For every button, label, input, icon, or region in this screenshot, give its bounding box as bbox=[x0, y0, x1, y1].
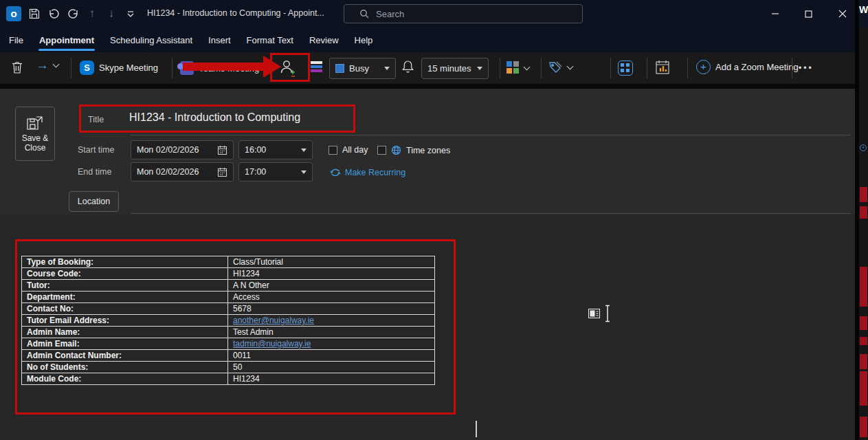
undo-icon[interactable] bbox=[44, 4, 63, 23]
insights-button[interactable] bbox=[655, 60, 671, 76]
skype-meeting-button[interactable]: S Skype Meeting bbox=[80, 60, 158, 75]
window-title: HI1234 - Introduction to Computing - App… bbox=[147, 8, 324, 18]
move-up-icon[interactable]: ↑ bbox=[82, 4, 102, 23]
tab-format-text[interactable]: Format Text bbox=[246, 32, 294, 48]
tags-dropdown-chevron-icon bbox=[567, 63, 574, 70]
behind-window-strip: W + bbox=[859, 0, 868, 440]
save-close-icon bbox=[26, 116, 44, 131]
calendar-chart-icon bbox=[655, 60, 671, 76]
apps-grid-icon bbox=[618, 60, 633, 76]
show-as-value: Busy bbox=[349, 63, 369, 74]
forward-arrow-icon: → bbox=[36, 58, 49, 73]
title-underline bbox=[131, 135, 851, 135]
add-zoom-meeting-button[interactable]: + Add a Zoom Meeting bbox=[696, 60, 799, 74]
end-time-label: End time bbox=[78, 167, 111, 177]
occluded-event-block bbox=[860, 337, 867, 345]
ibeam-cursor-icon bbox=[604, 305, 611, 322]
tab-review[interactable]: Review bbox=[309, 32, 340, 48]
outlook-app-icon: o bbox=[6, 6, 21, 21]
start-date-input[interactable]: Mon 02/02/2026 bbox=[131, 140, 234, 160]
delete-button[interactable] bbox=[11, 60, 23, 74]
ribbon: → S Skype Meeting T Teams Meeting bbox=[0, 52, 859, 84]
time-zones-label: Time zones bbox=[406, 146, 450, 155]
add-zoom-meeting-label: Add a Zoom Meeting bbox=[715, 62, 799, 72]
ribbon-separator bbox=[792, 58, 792, 78]
ribbon-separator bbox=[541, 58, 542, 78]
make-recurring-link[interactable]: Make Recurring bbox=[330, 167, 405, 178]
save-close-label-line1: Save & bbox=[22, 133, 49, 143]
occluded-event-block bbox=[860, 316, 867, 330]
ribbon-separator bbox=[172, 58, 173, 78]
maximize-button[interactable] bbox=[792, 0, 824, 28]
dropdown-arrow-icon bbox=[384, 67, 390, 70]
ribbon-tab-bar: File Appointment Scheduling Assistant In… bbox=[0, 28, 859, 52]
calendar-icon[interactable] bbox=[217, 167, 227, 177]
bell-icon bbox=[401, 60, 414, 74]
categorize-dropdown-chevron-icon bbox=[524, 63, 531, 70]
ribbon-separator bbox=[500, 58, 500, 78]
minimize-button[interactable] bbox=[759, 0, 791, 28]
tab-scheduling-assistant[interactable]: Scheduling Assistant bbox=[109, 32, 193, 48]
time-zones-checkbox-row[interactable]: Time zones bbox=[377, 145, 450, 155]
tab-appointment[interactable]: Appointment bbox=[38, 32, 95, 48]
save-close-button[interactable]: Save & Close bbox=[15, 107, 55, 161]
reminder-bell-button[interactable] bbox=[401, 60, 414, 74]
recurrence-icon bbox=[330, 167, 341, 178]
customize-quick-access-icon[interactable] bbox=[121, 4, 140, 23]
end-date-input[interactable]: Mon 02/02/2026 bbox=[131, 162, 234, 182]
search-box[interactable] bbox=[344, 4, 583, 23]
mouse-cursor-group bbox=[588, 305, 611, 322]
behind-window-title-fragment: W bbox=[859, 4, 868, 15]
end-time-dropdown[interactable]: 17:00 bbox=[238, 162, 313, 182]
tags-button[interactable] bbox=[548, 60, 572, 74]
paste-options-icon bbox=[588, 309, 600, 318]
ribbon-overflow-button[interactable]: ••• bbox=[799, 63, 814, 73]
annotation-box-title bbox=[79, 104, 355, 133]
annotation-arrow-shaft bbox=[183, 63, 264, 71]
ribbon-separator bbox=[687, 58, 688, 78]
dropdown-arrow-icon bbox=[477, 67, 482, 70]
show-as-bars-icon[interactable] bbox=[311, 61, 322, 72]
skype-meeting-label: Skype Meeting bbox=[99, 63, 158, 73]
occluded-event-block bbox=[860, 206, 867, 219]
ribbon-separator bbox=[610, 58, 611, 78]
location-button[interactable]: Location bbox=[69, 191, 119, 212]
form-body-divider bbox=[131, 213, 851, 214]
reminder-value: 15 minutes bbox=[427, 63, 471, 74]
titlebar: o ↑ ↓ bbox=[0, 0, 859, 28]
time-zones-checkbox[interactable] bbox=[377, 146, 386, 155]
search-input[interactable] bbox=[376, 9, 548, 19]
plus-circle-icon: + bbox=[696, 60, 711, 74]
occluded-event-block bbox=[860, 267, 867, 307]
ribbon-separator bbox=[647, 58, 647, 78]
dropdown-arrow-icon bbox=[301, 148, 307, 152]
tab-file[interactable]: File bbox=[8, 32, 24, 48]
apps-button[interactable] bbox=[618, 60, 633, 76]
ribbon-divider bbox=[0, 84, 859, 89]
reminder-dropdown[interactable]: 15 minutes bbox=[421, 58, 489, 79]
ribbon-separator bbox=[71, 58, 71, 78]
tab-insert[interactable]: Insert bbox=[208, 32, 232, 48]
start-time-value: 16:00 bbox=[245, 145, 266, 155]
annotation-arrow-head bbox=[263, 56, 281, 78]
save-icon[interactable] bbox=[25, 4, 44, 23]
redo-icon[interactable] bbox=[63, 4, 82, 23]
quick-access-toolbar: ↑ ↓ bbox=[25, 0, 140, 28]
move-down-icon[interactable]: ↓ bbox=[102, 4, 121, 23]
show-as-dropdown[interactable]: Busy bbox=[329, 58, 396, 79]
calendar-icon[interactable] bbox=[217, 145, 227, 155]
tag-icon bbox=[548, 60, 563, 74]
tab-help[interactable]: Help bbox=[354, 32, 374, 48]
screen: o ↑ ↓ bbox=[0, 0, 868, 440]
categorize-button[interactable] bbox=[507, 61, 529, 74]
categorize-icon bbox=[507, 61, 520, 74]
all-day-checkbox-row[interactable]: All day bbox=[329, 145, 368, 155]
close-button[interactable] bbox=[827, 0, 858, 28]
forward-dropdown-chevron-icon[interactable] bbox=[53, 61, 60, 68]
start-time-dropdown[interactable]: 16:00 bbox=[238, 140, 313, 160]
forward-button[interactable]: → bbox=[36, 58, 58, 73]
all-day-checkbox[interactable] bbox=[329, 146, 337, 155]
behind-window-titlebar: W bbox=[859, 0, 868, 28]
text-caret bbox=[476, 421, 477, 437]
make-recurring-label: Make Recurring bbox=[345, 168, 405, 177]
